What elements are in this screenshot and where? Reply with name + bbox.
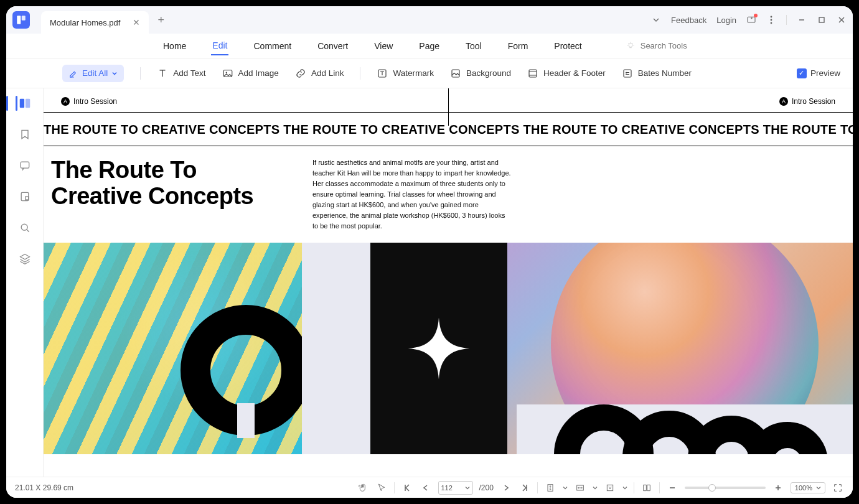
menu-edit[interactable]: Edit	[211, 37, 228, 55]
hand-tool-button[interactable]	[357, 482, 369, 494]
background-label: Background	[466, 68, 511, 78]
sparkle-icon	[405, 314, 473, 383]
header-footer-icon	[527, 68, 538, 79]
artwork-marble	[44, 243, 302, 454]
svg-rect-13	[624, 70, 631, 77]
background-button[interactable]: Background	[450, 68, 511, 79]
add-link-label: Add Link	[311, 68, 344, 78]
link-icon	[295, 68, 306, 79]
more-icon[interactable]	[766, 15, 776, 25]
body: AIntro Session AIntro Session THE ROUTE …	[6, 88, 853, 477]
background-icon	[450, 68, 461, 79]
menu-view[interactable]: View	[373, 37, 394, 55]
zoom-slider[interactable]	[685, 487, 766, 489]
bookmarks-button[interactable]	[16, 126, 34, 143]
document-tab[interactable]: Modular Homes.pdf ✕	[41, 11, 149, 34]
menu-home[interactable]: Home	[162, 37, 187, 55]
watermark-button[interactable]: Watermark	[377, 68, 434, 79]
svg-rect-1	[22, 16, 26, 21]
header-right: AIntro Session	[779, 97, 835, 106]
title-bar: Modular Homes.pdf ✕ + Feedback Login	[6, 6, 853, 34]
zoom-in-button[interactable]	[772, 482, 784, 494]
prev-page-button[interactable]	[420, 482, 432, 494]
chevron-down-icon[interactable]	[563, 485, 568, 490]
add-image-button[interactable]: Add Image	[222, 68, 279, 79]
svg-rect-23	[607, 485, 613, 490]
notification-icon[interactable]	[746, 15, 756, 25]
artwork-gradient	[507, 243, 853, 454]
first-page-button[interactable]	[401, 482, 413, 494]
separator	[360, 67, 360, 80]
page-number-input[interactable]: 112	[438, 481, 473, 495]
menu-form[interactable]: Form	[507, 37, 530, 55]
zoom-out-button[interactable]	[666, 482, 678, 494]
watermark-icon	[377, 68, 388, 79]
ring-icon	[181, 305, 302, 436]
menu-tool[interactable]: Tool	[464, 37, 483, 55]
thumbnails-panel-button[interactable]	[16, 95, 34, 112]
add-text-label: Add Text	[173, 68, 205, 78]
close-tab-icon[interactable]: ✕	[133, 17, 140, 27]
fullscreen-button[interactable]	[832, 482, 844, 494]
separator	[140, 67, 141, 80]
add-text-button[interactable]: Add Text	[157, 68, 205, 79]
menu-protect[interactable]: Protect	[553, 37, 583, 55]
new-tab-button[interactable]: +	[157, 14, 164, 27]
maximize-button[interactable]	[817, 15, 827, 25]
login-link[interactable]: Login	[716, 16, 736, 25]
left-sidebar	[6, 88, 44, 477]
page-dimensions: 21.01 X 29.69 cm	[15, 483, 73, 492]
fit-width-button[interactable]	[574, 482, 586, 494]
add-link-button[interactable]: Add Link	[295, 68, 344, 79]
svg-rect-16	[25, 99, 29, 108]
separator	[634, 482, 634, 493]
svg-point-4	[771, 19, 772, 21]
edit-all-button[interactable]: Edit All	[62, 65, 124, 82]
svg-rect-12	[529, 70, 537, 77]
bates-number-button[interactable]: # Bates Number	[622, 68, 692, 79]
layers-button[interactable]	[16, 250, 34, 268]
read-mode-button[interactable]	[641, 482, 653, 494]
search-panel-button[interactable]	[16, 219, 34, 236]
edit-toolbar: Edit All Add Text Add Image Add Link Wat…	[6, 58, 853, 88]
pencil-icon	[68, 68, 78, 78]
search-tools[interactable]	[626, 41, 715, 51]
watermark-label: Watermark	[393, 68, 434, 78]
text-icon	[157, 68, 168, 79]
svg-rect-6	[819, 17, 824, 22]
chevron-down-icon[interactable]	[593, 485, 598, 490]
divider	[786, 15, 787, 25]
zoom-value: 100%	[795, 484, 812, 492]
document-canvas[interactable]: AIntro Session AIntro Session THE ROUTE …	[44, 88, 853, 477]
header-right-label: Intro Session	[792, 97, 835, 106]
lightbulb-icon	[626, 41, 636, 51]
chevron-down-icon[interactable]	[622, 485, 627, 490]
last-page-button[interactable]	[519, 482, 531, 494]
menu-convert[interactable]: Convert	[316, 37, 349, 55]
search-input[interactable]	[641, 41, 715, 50]
comments-button[interactable]	[16, 157, 34, 174]
close-window-button[interactable]	[837, 15, 847, 25]
menu-comment[interactable]: Comment	[252, 37, 293, 55]
preview-label: Preview	[810, 68, 840, 78]
header-left: AIntro Session	[61, 97, 117, 106]
heading-line-2: Creative Concepts	[51, 183, 253, 209]
zoom-dropdown[interactable]: 100%	[791, 482, 825, 493]
preview-checkbox[interactable]: ✓ Preview	[797, 68, 840, 78]
chevron-down-icon[interactable]	[651, 15, 661, 25]
menu-page[interactable]: Page	[418, 37, 441, 55]
attachments-button[interactable]	[16, 188, 34, 205]
actual-size-button[interactable]	[604, 482, 616, 494]
svg-point-3	[771, 16, 772, 18]
minimize-button[interactable]	[797, 15, 807, 25]
chevron-down-icon	[816, 485, 821, 490]
content-row: The Route ToCreative Concepts If rustic …	[44, 146, 853, 231]
next-page-button[interactable]	[500, 482, 512, 494]
fit-height-button[interactable]	[544, 482, 556, 494]
zoom-slider-knob[interactable]	[708, 484, 716, 492]
feedback-link[interactable]: Feedback	[671, 16, 706, 25]
svg-rect-0	[17, 16, 21, 24]
separator	[537, 482, 538, 493]
select-tool-button[interactable]	[375, 482, 388, 494]
header-footer-button[interactable]: Header & Footer	[527, 68, 606, 79]
